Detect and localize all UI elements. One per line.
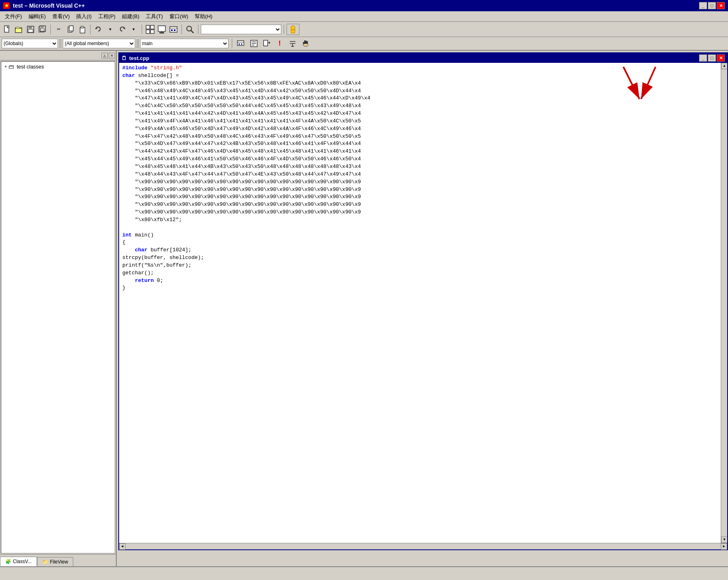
open-file-btn[interactable] [13,24,25,35]
menu-help[interactable]: 幫助(H) [192,12,216,21]
editor-file-icon: 🗒 [122,55,127,61]
minimize-main-btn[interactable]: _ [699,2,707,9]
menu-project[interactable]: 工程(P) [95,12,119,21]
members-dropdown[interactable]: (All global members) [63,39,135,48]
panel-pin-btn[interactable]: △ [101,53,108,58]
svg-rect-20 [159,32,164,33]
menu-insert[interactable]: 插入(I) [73,12,95,21]
toolbar-dropdown-select[interactable] [201,25,281,34]
tab-fileview-label: FileView [50,559,68,565]
function-dropdown[interactable]: main [140,39,229,48]
editor-minimize-btn[interactable]: _ [699,54,707,62]
new-file-btn[interactable] [2,24,13,35]
code-line: "\x90\x90\x90\x90\x90\x90\x90\x90\x90\x9… [122,193,718,201]
svg-rect-45 [305,41,307,44]
svg-rect-24 [171,29,173,31]
left-panel-content: + 🗃 test classes [1,61,115,553]
toolbar-dropdowns: (Globals) (All global members) main ! [0,37,728,51]
editor-window: 🗒 test.cpp _ □ ✕ #include "string.h"char… [118,52,728,550]
main-area: △ ✕ + 🗃 test classes 🧩 ClassV... 📁 FileV… [0,51,728,566]
scroll-track[interactable] [721,69,727,536]
code-line: "\x4F\x47\x42\x48\x49\x50\x48\x4C\x46\x4… [122,133,718,141]
code-line [122,224,718,232]
close-main-btn[interactable]: ✕ [717,2,725,9]
scroll-right-btn[interactable]: ► [721,543,727,550]
svg-line-27 [191,30,194,33]
panel-close-btn[interactable]: ✕ [109,53,115,58]
maximize-main-btn[interactable]: □ [708,2,716,9]
menu-view[interactable]: 查看(V) [49,12,73,21]
svg-marker-42 [291,45,294,47]
menu-file[interactable]: 文件(F) [2,12,25,21]
undo-btn[interactable] [93,24,104,35]
tab-classview[interactable]: 🧩 ClassV... [0,557,37,566]
exclaim-btn[interactable]: ! [274,38,285,49]
scroll-up-btn[interactable]: ▲ [721,63,727,69]
resource-btn[interactable] [156,24,167,35]
code-line: "\x49\x4A\x45\x46\x50\x4D\x47\x49\x4D\x4… [122,125,718,133]
editor-maximize-btn[interactable]: □ [708,54,716,62]
code-line: "\x90\x90\x90\x90\x90\x90\x90\x90\x90\x9… [122,178,718,186]
menu-bar: 文件(F) 編輯(E) 查看(V) 插入(I) 工程(P) 組建(B) 工具(T… [0,11,728,22]
undo-dropdown-btn[interactable]: ▾ [105,24,116,35]
wizard-btn[interactable] [287,24,299,35]
code-line: { [122,239,718,246]
scroll-down-btn[interactable]: ▼ [721,536,727,543]
addmember-btn[interactable] [261,38,272,49]
separator-2 [90,25,91,34]
left-panel-tabs: 🧩 ClassV... 📁 FileView [0,554,116,566]
title-bar-text: test – Microsoft Visual C++ [13,2,85,9]
svg-rect-19 [158,26,165,31]
title-bar: ★ test – Microsoft Visual C++ _ □ ✕ [0,0,728,11]
separator-5 [198,25,198,34]
code-line: "\x90\x90\x90\x90\x90\x90\x90\x90\x90\x9… [122,209,718,216]
search-btn[interactable] [184,24,196,35]
classwiz-btn[interactable] [168,24,179,35]
editor-content-area: #include "string.h"char shellcode[] = "\… [119,63,727,543]
tree-item-test-classes[interactable]: + 🗃 test classes [1,62,115,71]
code-line: "\x48\x44\x43\x4F\x47\x44\x47\x50\x47\x4… [122,171,718,178]
menu-window[interactable]: 窗口(W) [166,12,192,21]
svg-rect-31 [239,44,240,45]
svg-rect-16 [151,25,154,29]
scroll-left-btn[interactable]: ◄ [119,543,126,550]
editor-title-controls: _ □ ✕ [699,54,725,62]
copy-btn[interactable] [65,24,76,35]
classwiz-icon-btn[interactable] [235,38,247,49]
horizontal-scrollbar[interactable]: ◄ ► [119,543,727,549]
svg-rect-8 [40,29,44,31]
tab-fileview[interactable]: 📁 FileView [37,557,73,566]
globals-dropdown[interactable]: (Globals) [2,39,58,48]
menu-edit[interactable]: 編輯(E) [25,12,49,21]
code-line: "\x90\x90\x90\x90\x90\x90\x90\x90\x90\x9… [122,186,718,194]
sort-btn[interactable] [287,38,298,49]
editor-area: 🗒 test.cpp _ □ ✕ #include "string.h"char… [117,51,728,566]
menu-build[interactable]: 組建(B) [119,12,142,21]
redo-btn[interactable] [116,24,128,35]
svg-rect-3 [29,26,32,29]
vertical-scrollbar[interactable]: ▲ ▼ [721,63,727,543]
save-file-btn[interactable] [25,24,36,35]
cut-btn[interactable]: ✂ [53,24,64,35]
menu-tools[interactable]: 工具(T) [142,12,166,21]
code-line: "\x48\x45\x48\x41\x44\x4B\x43\x50\x43\x5… [122,163,718,171]
save-all-btn[interactable] [37,24,48,35]
code-line: "\x44\x42\x43\x4F\x47\x46\x4D\x48\x45\x4… [122,148,718,155]
paste-btn[interactable] [76,24,88,35]
hscroll-track[interactable] [126,543,721,549]
redo-dropdown-btn[interactable]: ▾ [128,24,139,35]
hand-btn[interactable] [300,38,311,49]
svg-rect-0 [4,26,9,32]
separator-4 [181,25,182,34]
svg-rect-4 [28,29,33,32]
properties-btn[interactable] [248,38,260,49]
tab-classview-label: ClassV... [13,559,32,564]
code-editor[interactable]: #include "string.h"char shellcode[] = "\… [119,63,721,543]
code-line: "\x50\x4D\x47\x49\x44\x47\x42\x4B\x43\x5… [122,140,718,148]
tree-expand-icon: + [4,64,7,69]
left-panel-titlebar: △ ✕ [0,51,116,60]
tab-fileview-icon: 📁 [42,559,48,565]
workspace-btn[interactable] [144,24,156,35]
editor-close-btn[interactable]: ✕ [717,54,725,62]
separator-t2-1 [232,39,232,48]
